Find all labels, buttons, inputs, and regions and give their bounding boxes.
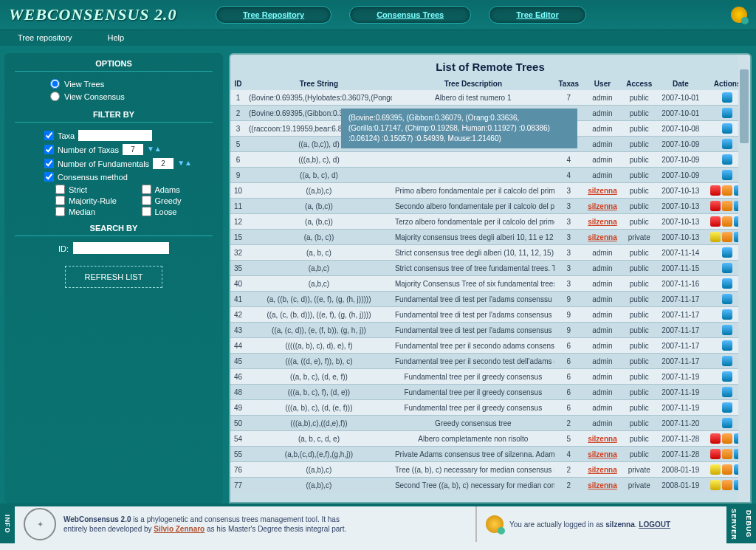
- action-yellow-icon[interactable]: [710, 464, 721, 475]
- action-blue-icon[interactable]: [722, 340, 732, 351]
- table-row[interactable]: 45(((a, ((d, e), f)), b), c)Fundamental …: [230, 354, 750, 369]
- table-row[interactable]: 10((a,b),c)Primo albero fondamentale per…: [230, 183, 750, 199]
- action-blue-icon[interactable]: [722, 325, 732, 335]
- action-blue-icon[interactable]: [722, 278, 732, 289]
- refresh-list-button[interactable]: REFRESH LIST: [65, 266, 163, 288]
- action-blue-icon[interactable]: [722, 387, 732, 397]
- check-loose[interactable]: [142, 207, 151, 216]
- table-row[interactable]: 55(a,b,(c,d),(e,f),(g,h,j))Private Adams…: [230, 447, 750, 462]
- action-blue-icon[interactable]: [722, 154, 732, 165]
- user-link[interactable]: silzenna: [588, 202, 616, 210]
- table-row[interactable]: 1(Bovine:0.69395,(Hylobates:0.36079,(Pon…: [230, 90, 750, 106]
- check-num-taxas[interactable]: [44, 145, 54, 154]
- author-link[interactable]: Silvio Zennaro: [154, 525, 205, 533]
- table-row[interactable]: 32(a, b, c)Strict consensus tree degli a…: [230, 245, 750, 261]
- table-scroll[interactable]: ID Tree String Tree Description Taxas Us…: [230, 78, 750, 492]
- table-row[interactable]: 48(((a, b, c), f), (d, e))Fundamental tr…: [230, 385, 750, 400]
- table-row[interactable]: 77((a,b),c)Second Tree ((a, b), c) neces…: [230, 478, 750, 493]
- action-blue-icon[interactable]: [722, 108, 732, 118]
- action-orange-icon[interactable]: [722, 232, 732, 242]
- col-date[interactable]: Date: [656, 78, 704, 90]
- input-taxa[interactable]: [78, 130, 152, 141]
- check-num-fund[interactable]: [44, 159, 54, 168]
- action-blue-icon[interactable]: [722, 247, 732, 258]
- table-row[interactable]: 50(((a,b),c),((d,e),f))Greedy consensus …: [230, 416, 750, 431]
- action-blue-icon[interactable]: [722, 92, 732, 103]
- input-num-fund[interactable]: [153, 158, 173, 169]
- radio-view-consensus[interactable]: [50, 92, 60, 101]
- nav-consensus-trees[interactable]: Consensus Trees: [349, 6, 471, 24]
- user-account-icon[interactable]: [731, 7, 747, 23]
- nav-tree-repository[interactable]: Tree Repository: [216, 6, 331, 24]
- table-row[interactable]: 43((a, (c, d)), (e, (f, b)), (g, h, j))F…: [230, 323, 750, 338]
- user-link[interactable]: silzenna: [588, 466, 616, 474]
- action-red-icon[interactable]: [710, 216, 721, 227]
- action-blue-icon[interactable]: [722, 309, 732, 320]
- stepper-num-fund[interactable]: ▼▲: [177, 159, 189, 169]
- action-blue-icon[interactable]: [722, 402, 732, 413]
- table-row[interactable]: 6(((a,b), c), d)4adminpublic2007-10-09: [230, 152, 750, 168]
- stepper-num-taxas[interactable]: ▼▲: [147, 145, 159, 155]
- user-link[interactable]: silzenna: [588, 450, 616, 458]
- action-blue-icon[interactable]: [722, 170, 732, 180]
- action-orange-icon[interactable]: [722, 464, 732, 475]
- logout-link[interactable]: LOGOUT: [639, 520, 670, 529]
- table-row[interactable]: 41(a, ((b, (c, d)), ((e, f), (g, (h, j))…: [230, 292, 750, 307]
- radio-view-trees[interactable]: [50, 79, 60, 89]
- action-yellow-icon[interactable]: [710, 480, 721, 490]
- col-tree-string[interactable]: Tree String: [246, 78, 392, 90]
- action-blue-icon[interactable]: [722, 123, 732, 134]
- menu-tree-repository[interactable]: Tree repository: [0, 30, 90, 46]
- action-blue-icon[interactable]: [722, 356, 732, 366]
- action-blue-icon[interactable]: [722, 294, 732, 304]
- input-id[interactable]: [73, 242, 169, 254]
- table-row[interactable]: 46((a, b, c), (d, e, f))Fundamental tree…: [230, 369, 750, 385]
- table-row[interactable]: 35(a,b,c)Strict consensus tree of tree f…: [230, 261, 750, 276]
- table-row[interactable]: 42((a, (c, (b, d))), ((e, f), (g, (h, j)…: [230, 307, 750, 323]
- table-row[interactable]: 54(a, b, c, d, e)Albero completamente no…: [230, 431, 750, 447]
- user-link[interactable]: silzenna: [588, 435, 616, 443]
- input-num-taxas[interactable]: [123, 144, 143, 155]
- action-blue-icon[interactable]: [722, 371, 732, 382]
- table-row[interactable]: 40(a,b,c)Majority Consensus Tree of six …: [230, 276, 750, 292]
- check-adams[interactable]: [142, 185, 151, 194]
- user-link[interactable]: silzenna: [588, 481, 616, 489]
- action-orange-icon[interactable]: [722, 480, 732, 490]
- action-orange-icon[interactable]: [722, 216, 732, 227]
- info-tab[interactable]: INFO: [0, 505, 15, 543]
- check-cmethod[interactable]: [44, 172, 54, 182]
- action-red-icon[interactable]: [710, 201, 721, 211]
- table-row[interactable]: 15(a, (b, c))Majority consensus trees de…: [230, 230, 750, 245]
- server-tab[interactable]: SERVER: [726, 505, 741, 543]
- check-taxa[interactable]: [44, 131, 54, 140]
- check-median[interactable]: [55, 207, 65, 216]
- action-blue-icon[interactable]: [722, 263, 732, 273]
- table-row[interactable]: 12(a, (b,c))Terzo albero fondamentale pe…: [230, 214, 750, 230]
- check-strict[interactable]: [55, 185, 65, 194]
- debug-tab[interactable]: DEBUG: [741, 505, 756, 543]
- col-taxas[interactable]: Taxas: [554, 78, 583, 90]
- col-id[interactable]: ID: [230, 78, 246, 90]
- user-link[interactable]: silzenna: [588, 187, 616, 195]
- col-user[interactable]: User: [583, 78, 622, 90]
- col-access[interactable]: Access: [622, 78, 656, 90]
- action-orange-icon[interactable]: [722, 449, 732, 459]
- action-orange-icon[interactable]: [722, 433, 732, 444]
- action-red-icon[interactable]: [710, 449, 721, 459]
- action-orange-icon[interactable]: [722, 201, 732, 211]
- table-row[interactable]: 49(((a, b), c), (d, (e, f)))Fundamental …: [230, 400, 750, 416]
- nav-tree-editor[interactable]: Tree Editor: [489, 6, 585, 24]
- col-description[interactable]: Tree Description: [392, 78, 554, 90]
- check-majority[interactable]: [55, 196, 65, 205]
- action-blue-icon[interactable]: [722, 418, 732, 428]
- check-greedy[interactable]: [142, 196, 151, 205]
- vertical-scrollbar[interactable]: [738, 55, 750, 502]
- table-row[interactable]: 9((a, b, c), d)4adminpublic2007-10-09: [230, 168, 750, 183]
- table-row[interactable]: 76((a,b),c)Tree ((a, b), c) necessary fo…: [230, 462, 750, 478]
- action-yellow-icon[interactable]: [710, 232, 721, 242]
- table-row[interactable]: 11(a, (b,c))Secondo albero fondamentale …: [230, 199, 750, 214]
- table-row[interactable]: 44(((((a, b), c), d), e), f)Fundamental …: [230, 338, 750, 354]
- action-orange-icon[interactable]: [722, 185, 732, 196]
- action-red-icon[interactable]: [710, 185, 721, 196]
- menu-help[interactable]: Help: [90, 30, 142, 46]
